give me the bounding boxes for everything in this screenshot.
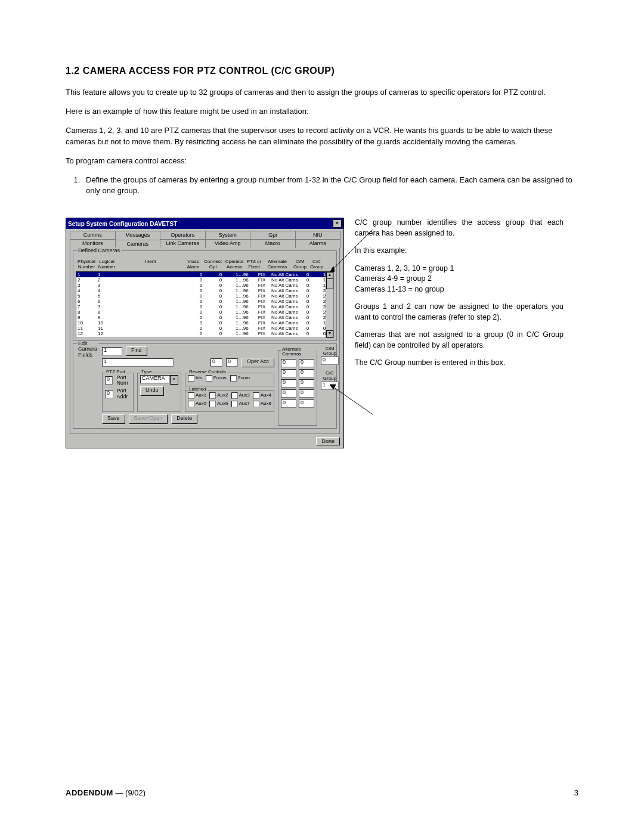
type-combo[interactable]: CAMERA ▾ [140, 375, 178, 385]
close-icon[interactable]: × [333, 219, 342, 228]
alt-camera-input[interactable]: 0 [299, 379, 314, 388]
conn-input[interactable]: 0 [226, 358, 238, 367]
footer-page-number: 3 [574, 788, 578, 797]
scroll-thumb[interactable] [326, 278, 333, 289]
table-row[interactable]: 44001…96FIXNo Alt Cams02 [76, 288, 333, 293]
alt-camera-input[interactable]: 0 [281, 369, 296, 377]
chevron-down-icon[interactable]: ▾ [170, 375, 178, 385]
ptz-port-label: PTZ Port [105, 370, 126, 375]
table-row[interactable]: 77001…96FIXNo Alt Cams02 [76, 304, 333, 309]
aux-checkbox-2[interactable]: Aux2 [209, 392, 228, 399]
list-scrollbar[interactable]: ▲ ▼ [326, 272, 333, 337]
vloss-input[interactable]: 0 [210, 358, 222, 367]
port-addr-label: Port Addr [117, 388, 131, 400]
tab-macro[interactable]: Macro [250, 239, 296, 248]
iris-checkbox[interactable]: Iris [188, 375, 202, 382]
svg-marker-1 [330, 267, 335, 272]
body-para: To program camera control access: [66, 156, 578, 166]
svg-line-2 [330, 385, 373, 414]
focus-checkbox[interactable]: Focus [206, 375, 227, 382]
cm-group-label: C/M Group [321, 346, 339, 357]
dialog-title: Setup System Configuration DAVETST [68, 221, 177, 227]
column-headers: Physical Number Logical Number Ident Vlo… [76, 259, 334, 271]
table-row[interactable]: 1111001…96FIXNo Alt Cams00 [76, 326, 333, 331]
find-button[interactable]: Find [126, 346, 147, 356]
zoom-checkbox[interactable]: Zoom [230, 375, 250, 382]
col-logical: Logical Number [97, 259, 116, 270]
alt-cameras-label: Alternate Cameras [281, 347, 317, 358]
tab-messages[interactable]: Messages [115, 231, 161, 240]
camera-number-input[interactable]: 1 [102, 347, 122, 355]
body-para: Here is an example of how this feature m… [66, 106, 578, 117]
table-row[interactable]: 55001…96FIXNo Alt Cams02 [76, 293, 333, 299]
table-row[interactable]: 11001…96FIXNo Alt Cams01 [76, 272, 333, 277]
port-num-input[interactable]: 0 [105, 376, 113, 385]
annotation-block: C/C group number identifies the access g… [355, 218, 564, 376]
annotation-para: Cameras 1, 2, 3, 10 = group 1 Cameras 4-… [355, 264, 564, 295]
groupbox-title: Defined Cameras [77, 247, 121, 253]
alt-camera-input[interactable]: 0 [281, 359, 296, 367]
aux-checkbox-6[interactable]: Aux6 [209, 401, 228, 407]
table-row[interactable]: 1212001…96FIXNo Alt Cams00 [76, 331, 333, 336]
alt-camera-input[interactable]: 0 [299, 359, 314, 367]
table-row[interactable]: 66001…96FIXNo Alt Cams02 [76, 299, 333, 304]
tab-video-amp[interactable]: Video Amp [205, 239, 251, 248]
col-altcam: Alternate Cameras [264, 259, 291, 270]
aux-checkbox-4[interactable]: Aux4 [253, 392, 271, 399]
oper-acc-button[interactable]: Oper Acc [242, 358, 274, 367]
scroll-down-icon[interactable]: ▼ [326, 330, 333, 337]
alt-camera-input[interactable]: 0 [299, 389, 314, 398]
step-item: Define the groups of cameras by entering… [82, 175, 578, 196]
ident-input[interactable]: 1 [102, 358, 174, 367]
annotation-para: Groups 1 and 2 can now be assigned to th… [355, 302, 564, 323]
save-open-button[interactable]: Save+Open [129, 414, 168, 424]
annotation-para: Cameras that are not assigned to a group… [355, 330, 564, 351]
alt-camera-input[interactable]: 0 [281, 379, 296, 388]
alt-camera-input[interactable]: 0 [299, 400, 314, 408]
svg-line-0 [330, 230, 373, 272]
table-row[interactable]: 99001…96FIXNo Alt Cams02 [76, 315, 333, 320]
groupbox-title: Edit Camera Fields [77, 341, 98, 420]
aux-checkbox-8[interactable]: Aux8 [253, 401, 271, 407]
aux-checkbox-3[interactable]: Aux3 [231, 392, 250, 399]
table-row[interactable]: 88001…96FIXNo Alt Cams02 [76, 309, 333, 315]
footer-label: ADDENDUM [66, 788, 113, 797]
delete-button[interactable]: Delete [171, 414, 197, 424]
table-row[interactable]: 1010001…96FIXNo Alt Cams01 [76, 320, 333, 326]
tab-comms[interactable]: Comms [70, 231, 116, 240]
edit-camera-group: Edit Camera Fields 1 Find 1 0 0 Oper Ac [73, 343, 337, 429]
done-button[interactable]: Done [316, 437, 340, 445]
tab-gpi[interactable]: Gpi [250, 231, 296, 240]
dialog-titlebar: Setup System Configuration DAVETST × [66, 218, 343, 229]
body-para: This feature allows you to create up to … [66, 87, 578, 98]
alt-camera-input[interactable]: 0 [299, 369, 314, 377]
col-physical: Physical Number [77, 259, 96, 270]
footer-date: (9/02) [125, 788, 145, 797]
camera-list[interactable]: 11001…96FIXNo Alt Cams0122001…96FIXNo Al… [76, 271, 334, 338]
save-button[interactable]: Save [102, 414, 125, 424]
alt-camera-input[interactable]: 0 [281, 389, 296, 398]
aux-checkbox-5[interactable]: Aux5 [188, 401, 206, 407]
annotation-para: In this example: [355, 246, 564, 256]
port-addr-input[interactable]: 0 [105, 390, 113, 398]
section-heading: 1.2 CAMERA ACCESS FOR PTZ CONTROL (C/C G… [66, 66, 578, 76]
table-row[interactable]: 33001…96FIXNo Alt Cams01 [76, 283, 333, 288]
tab-system[interactable]: System [205, 231, 251, 240]
table-row[interactable]: 22001…96FIXNo Alt Cams01 [76, 277, 333, 283]
col-operator: Operator Access [224, 259, 244, 270]
col-connect: Connect Gpi [203, 259, 223, 270]
tab-cameras[interactable]: Cameras [115, 240, 161, 249]
type-label: Type [140, 370, 153, 375]
aux-checkbox-7[interactable]: Aux7 [231, 401, 250, 407]
tab-link-cameras[interactable]: Link Cameras [160, 239, 206, 248]
reverse-controls-label: Reverse Controls [188, 370, 227, 375]
aux-checkbox-1[interactable]: Aux1 [188, 392, 206, 399]
annotation-para: The C/C Group number is entered in this … [355, 358, 564, 368]
body-para: Cameras 1, 2, 3, and 10 are PTZ cameras … [66, 125, 578, 147]
tab-operators[interactable]: Operators [160, 231, 206, 240]
undo-button[interactable]: Undo [140, 386, 164, 396]
table-row[interactable]: 1313001…96FIXNo Alt Cams00 [76, 336, 333, 338]
tab-monitors[interactable]: Monitors [70, 239, 116, 248]
setup-dialog: Setup System Configuration DAVETST × Com… [66, 218, 344, 448]
alt-camera-input[interactable]: 0 [281, 400, 296, 408]
